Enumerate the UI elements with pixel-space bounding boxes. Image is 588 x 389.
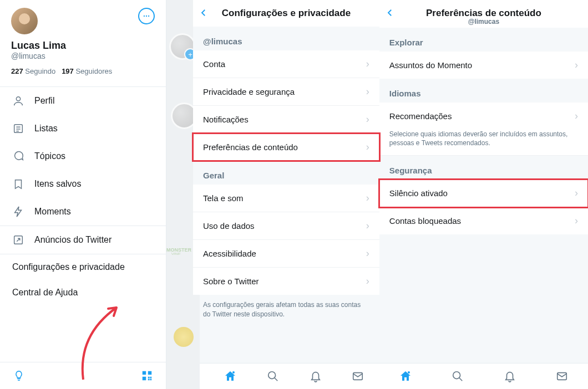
profile-handle: @limucas <box>11 52 155 60</box>
svg-rect-14 <box>148 379 150 381</box>
row-label: Acessibilidade <box>203 249 256 258</box>
svg-point-2 <box>148 16 149 17</box>
general-footnote: As configurações gerais afetam todas as … <box>193 295 379 329</box>
tab-home-alt-icon[interactable] <box>223 369 237 383</box>
svg-line-24 <box>459 378 463 381</box>
chevron-right-icon: › <box>366 114 369 125</box>
panel-subtitle: @limucas <box>385 18 582 25</box>
svg-point-23 <box>453 372 460 379</box>
svg-point-1 <box>146 16 147 17</box>
menu-ads[interactable]: Anúncios do Twitter <box>0 226 166 254</box>
followers-count: 197 <box>62 67 74 75</box>
tab-bar <box>379 363 588 389</box>
tab-messages-icon[interactable] <box>555 369 569 383</box>
menu-profile[interactable]: Perfil <box>0 87 166 115</box>
row-account[interactable]: Conta› <box>193 50 379 78</box>
menu-label: Configurações e privacidade <box>12 262 125 272</box>
row-muted[interactable]: Silêncio ativado› <box>379 180 588 207</box>
row-label: Assuntos do Momento <box>389 60 472 70</box>
row-about[interactable]: Sobre o Twitter› <box>193 268 379 295</box>
row-recommendations[interactable]: Recomendações› <box>379 103 588 130</box>
svg-rect-11 <box>143 377 146 380</box>
list-icon <box>12 122 24 135</box>
row-accessibility[interactable]: Acessibilidade› <box>193 240 379 268</box>
row-blocked[interactable]: Contas bloqueadas› <box>379 207 588 234</box>
drawer-bottom-bar <box>0 362 166 389</box>
row-display-sound[interactable]: Tela e som› <box>193 185 379 212</box>
back-button[interactable] <box>385 7 395 21</box>
menu-label: Itens salvos <box>34 179 81 189</box>
qr-icon[interactable] <box>140 369 154 382</box>
navigation-drawer: Lucas Lima @limucas 227 Seguindo 197 Seg… <box>0 0 166 389</box>
row-label: Preferências de conteúdo <box>203 142 298 152</box>
followers-label: Seguidores <box>75 67 112 75</box>
panel-header: Preferências de conteúdo @limucas <box>379 0 588 28</box>
row-privacy[interactable]: Privacidade e segurança› <box>193 78 379 106</box>
content-prefs-panel: Preferências de conteúdo @limucas Explor… <box>379 0 588 389</box>
tab-search-icon[interactable] <box>450 369 465 383</box>
svg-line-20 <box>275 378 278 381</box>
panel-title: Preferências de conteúdo <box>385 8 582 19</box>
tab-search-icon[interactable] <box>266 369 280 383</box>
moments-icon <box>12 206 24 218</box>
background-logo: MONSTERVINE <box>166 244 196 255</box>
svg-point-18 <box>232 371 235 373</box>
svg-point-19 <box>268 372 276 379</box>
svg-point-0 <box>144 16 145 17</box>
panel-title: Configurações e privacidade <box>222 8 351 18</box>
row-label: Conta <box>203 59 225 69</box>
background-avatar <box>169 33 196 60</box>
svg-rect-12 <box>148 377 150 378</box>
chevron-right-icon: › <box>575 110 578 122</box>
row-label: Silêncio ativado <box>389 188 448 198</box>
row-trends[interactable]: Assuntos do Momento› <box>379 52 588 79</box>
menu-topics[interactable]: Tópicos <box>0 142 166 170</box>
menu-label: Listas <box>34 124 58 134</box>
menu-moments[interactable]: Moments <box>0 198 166 226</box>
section-header-explore: Explorar <box>379 28 588 52</box>
chevron-right-icon: › <box>366 86 369 98</box>
avatar[interactable] <box>11 8 38 34</box>
follow-stats[interactable]: 227 Seguindo 197 Seguidores <box>11 67 155 75</box>
section-header-general: Geral <box>193 161 379 185</box>
chevron-right-icon: › <box>366 58 369 70</box>
tab-notifications-icon[interactable] <box>503 369 517 383</box>
menu-label: Perfil <box>34 96 54 106</box>
row-notifications[interactable]: Notificações› <box>193 106 379 134</box>
row-label: Privacidade e segurança <box>203 87 295 96</box>
external-icon <box>12 234 24 246</box>
row-data-usage[interactable]: Uso de dados› <box>193 212 379 240</box>
row-label: Recomendações <box>389 111 452 121</box>
menu-label: Anúncios do Twitter <box>34 235 111 245</box>
menu-bookmarks[interactable]: Itens salvos <box>0 170 166 198</box>
bulb-icon[interactable] <box>12 369 26 382</box>
menu-label: Moments <box>34 207 71 217</box>
chevron-right-icon: › <box>366 192 369 204</box>
chevron-right-icon: › <box>575 59 578 71</box>
bookmark-icon <box>12 178 24 190</box>
tab-notifications-icon[interactable] <box>308 369 323 383</box>
row-label: Uso de dados <box>203 221 255 231</box>
following-label: Seguindo <box>25 67 55 75</box>
row-content-prefs[interactable]: Preferências de conteúdo› <box>193 134 379 161</box>
menu-lists[interactable]: Listas <box>0 115 166 142</box>
svg-rect-10 <box>148 371 151 375</box>
menu-help[interactable]: Central de Ajuda <box>0 280 166 305</box>
menu-settings[interactable]: Configurações e privacidade <box>0 254 166 280</box>
row-label: Tela e som <box>203 193 244 203</box>
row-label: Sobre o Twitter <box>203 277 259 286</box>
back-button[interactable] <box>199 7 209 21</box>
chevron-right-icon: › <box>366 141 369 153</box>
following-count: 227 <box>11 67 23 75</box>
accounts-more-icon[interactable] <box>138 8 155 24</box>
section-header-languages: Idiomas <box>379 79 588 103</box>
section-header-security: Segurança <box>379 156 588 180</box>
svg-point-3 <box>16 97 20 101</box>
tab-messages-icon[interactable] <box>351 369 365 383</box>
background-avatar <box>174 327 194 347</box>
profile-icon <box>12 95 24 107</box>
chevron-right-icon: › <box>366 275 369 287</box>
profile-name: Lucas Lima <box>11 40 155 52</box>
tab-home-icon[interactable] <box>398 369 413 383</box>
panel-header: Configurações e privacidade <box>193 0 379 27</box>
